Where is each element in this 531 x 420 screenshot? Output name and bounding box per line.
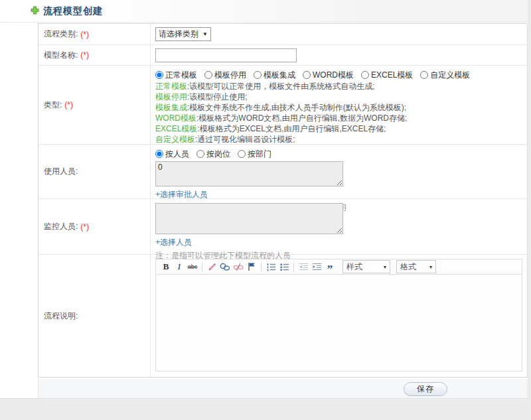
monitors-label-cell: 监控人员: (*): [38, 199, 151, 254]
row-category: 流程类别: (*) 请选择类别 ▼: [38, 24, 527, 45]
unordered-list-icon[interactable]: [278, 261, 290, 273]
type-desc-disabled: 模板停用:该模型停止使用;: [155, 92, 522, 102]
users-mode-department-input[interactable]: [238, 150, 246, 158]
save-button[interactable]: 保存: [404, 382, 447, 396]
type-radio-disabled[interactable]: 模板停用: [204, 70, 246, 81]
type-desc-normal: 正常模板:该模型可以正常使用，模板文件由系统格式自动生成;: [155, 81, 522, 92]
type-radio-custom-input[interactable]: [420, 71, 428, 79]
select-monitors-link[interactable]: +选择人员: [155, 237, 192, 248]
pencil-icon[interactable]: [206, 261, 218, 273]
type-desc-integrated: 模板集成:模板文件系统不作生成,由技术人员手动制作(默认为系统模板);: [155, 102, 522, 113]
italic-icon[interactable]: I: [173, 261, 185, 273]
strikethrough-icon[interactable]: abc: [187, 261, 198, 273]
bold-icon[interactable]: B: [160, 261, 172, 273]
form-footer: 保存: [38, 380, 528, 399]
unlink-icon[interactable]: [232, 261, 244, 273]
add-plus-icon: [31, 6, 39, 17]
row-model-name: 模型名称: (*): [38, 45, 527, 66]
toolbar-separator: [293, 262, 294, 272]
editor-toolbar: B I abc: [155, 259, 522, 275]
type-radio-disabled-input[interactable]: [204, 71, 212, 79]
type-radio-integrated-input[interactable]: [254, 71, 262, 79]
page-header: 流程模型创建: [0, 0, 528, 23]
category-label: 流程类别:: [44, 29, 78, 40]
users-label-cell: 使用人员:: [38, 145, 151, 198]
type-radio-normal-input[interactable]: [155, 71, 163, 79]
category-select-value: 请选择类别: [159, 29, 198, 40]
link-icon[interactable]: [219, 261, 231, 273]
row-type: 类型: (*) 正常模板 模板停用 模板集成 WORD模板 EXCEL模板 自定…: [38, 66, 527, 145]
editor-content-area[interactable]: [155, 275, 522, 372]
category-label-cell: 流程类别: (*): [38, 24, 151, 44]
model-name-label-cell: 模型名称: (*): [38, 45, 151, 65]
users-textarea[interactable]: 0: [155, 161, 343, 186]
users-mode-post-input[interactable]: [196, 150, 204, 158]
type-desc-excel: EXCEL模板:模板格式为EXCEL文档,由用户自行编辑,EXCEL存储;: [155, 123, 522, 134]
type-radio-word-input[interactable]: [303, 71, 311, 79]
type-radio-word[interactable]: WORD模板: [303, 70, 354, 81]
dropdown-arrow-icon: ▾: [429, 264, 432, 270]
content-panel: 流程模型创建 流程类别: (*) 请选择类别 ▼ 模型名称: (*): [0, 0, 529, 399]
toolbar-separator: [261, 262, 262, 272]
users-mode-post[interactable]: 按岗位: [196, 149, 230, 160]
type-radio-group: 正常模板 模板停用 模板集成 WORD模板 EXCEL模板 自定义模板: [155, 69, 522, 81]
type-radio-excel-input[interactable]: [361, 71, 369, 79]
monitors-textarea[interactable]: [155, 203, 343, 234]
users-mode-radio-group: 按人员 按岗位 按部门: [155, 148, 522, 160]
type-radio-custom[interactable]: 自定义模板: [420, 70, 470, 81]
users-mode-department[interactable]: 按部门: [238, 149, 271, 160]
users-mode-person-input[interactable]: [155, 150, 163, 158]
monitors-label: 监控人员:: [44, 221, 78, 232]
flag-icon[interactable]: [246, 261, 258, 273]
row-users: 使用人员: 按人员 按岗位 按部门 0 +选择审批人员 注：是指允许使用此模型的…: [38, 145, 527, 199]
type-label: 类型:: [44, 100, 62, 111]
style-dropdown[interactable]: 样式 ▾: [342, 260, 390, 273]
model-name-required-mark: (*): [80, 50, 89, 60]
type-desc-word: WORD模板:模板格式为WORD文档,由用户自行编辑,数据为WORD存储;: [155, 113, 522, 123]
type-radio-normal[interactable]: 正常模板: [155, 70, 197, 81]
blockquote-icon[interactable]: ”: [324, 261, 336, 273]
users-mode-person[interactable]: 按人员: [155, 149, 189, 160]
category-required-mark: (*): [80, 30, 89, 39]
ordered-list-icon[interactable]: [265, 261, 277, 273]
model-name-input[interactable]: [155, 48, 297, 62]
row-monitors: 监控人员: (*) +选择人员 注：是指可以管理此下模型流程的人员: [38, 199, 527, 255]
row-description: 流程说明: B I abc: [38, 255, 527, 377]
toolbar-separator: [202, 262, 202, 272]
description-label-cell: 流程说明:: [38, 255, 151, 377]
category-select[interactable]: 请选择类别 ▼: [155, 27, 211, 41]
rich-text-editor: B I abc: [155, 259, 522, 372]
page-title: 流程模型创建: [43, 5, 103, 17]
select-arrow-icon: ▼: [202, 31, 208, 37]
description-label: 流程说明:: [44, 311, 78, 322]
model-name-label: 模型名称:: [44, 50, 78, 61]
type-label-cell: 类型: (*): [38, 66, 151, 144]
type-radio-integrated[interactable]: 模板集成: [254, 70, 295, 81]
type-radio-excel[interactable]: EXCEL模板: [361, 70, 413, 81]
dropdown-arrow-icon: ▾: [384, 264, 386, 270]
users-label: 使用人员:: [44, 166, 78, 177]
type-required-mark: (*): [64, 100, 73, 109]
monitors-required-mark: (*): [80, 222, 89, 232]
format-dropdown[interactable]: 格式 ▾: [396, 260, 436, 273]
indent-icon[interactable]: [311, 261, 323, 273]
outdent-icon[interactable]: [297, 261, 309, 273]
model-form: 流程类别: (*) 请选择类别 ▼ 模型名称: (*) 类型:: [38, 23, 528, 378]
type-desc-custom: 自定义模板:通过可视化编辑器设计模板;: [155, 134, 522, 145]
